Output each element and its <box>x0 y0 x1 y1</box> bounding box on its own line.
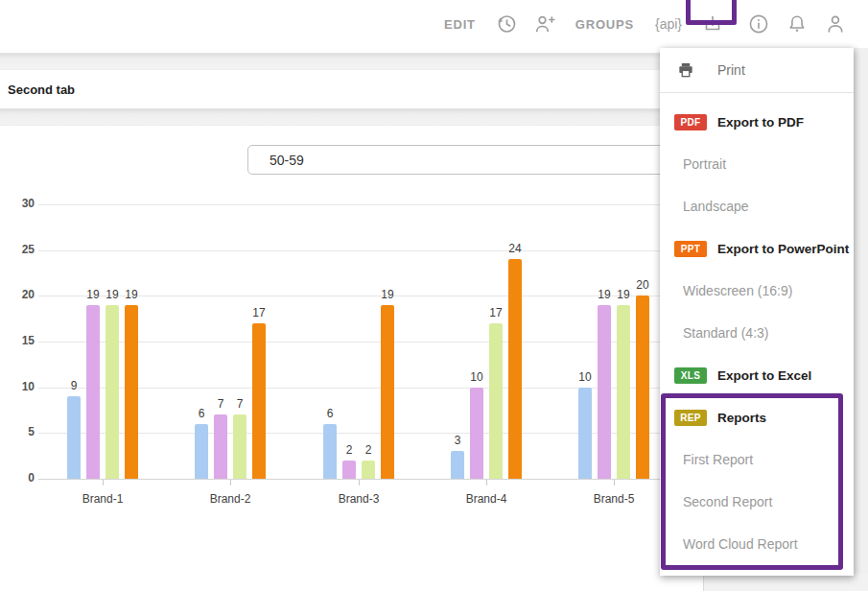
y-axis-tick-20: 20 <box>0 288 35 301</box>
bar-brand-1-purple[interactable] <box>86 305 100 479</box>
gridline-y30 <box>38 204 703 205</box>
bar-brand-4-orange[interactable] <box>508 259 522 479</box>
x-axis-label-brand-1: Brand-1 <box>45 492 160 506</box>
menu-option-word-cloud-report[interactable]: Word Cloud Report <box>660 523 854 565</box>
bar-value-label: 17 <box>240 306 278 319</box>
menu-item-print[interactable]: Print <box>660 48 854 92</box>
menu-header-label: Export to PDF <box>717 115 804 130</box>
menu-header-export-to-powerpoint[interactable]: PPTExport to PowerPoint <box>660 227 854 270</box>
bar-brand-5-blue[interactable] <box>578 388 592 479</box>
gridline-y25 <box>38 250 703 251</box>
info-icon[interactable] <box>746 12 771 36</box>
bar-brand-1-orange[interactable] <box>125 305 138 479</box>
y-axis-tick-25: 25 <box>0 243 35 256</box>
user-icon[interactable] <box>823 12 848 36</box>
groups-button[interactable]: GROUPS <box>564 17 645 32</box>
bar-brand-4-blue[interactable] <box>451 451 464 479</box>
bar-value-label: 6 <box>311 407 349 420</box>
x-axis-tick <box>103 480 104 485</box>
bar-value-label: 20 <box>623 278 662 292</box>
menu-header-label: Export to Excel <box>717 368 811 383</box>
menu-option-first-report[interactable]: First Report <box>660 438 854 481</box>
bar-brand-5-green[interactable] <box>617 305 630 479</box>
bar-brand-2-purple[interactable] <box>214 414 227 479</box>
gridline-y0 <box>38 479 703 480</box>
x-axis-label-brand-2: Brand-2 <box>173 492 288 506</box>
rep-badge-icon: REP <box>674 410 707 426</box>
add-user-icon[interactable] <box>532 12 557 36</box>
export-menu: PrintPDFExport to PDFPortraitLandscapePP… <box>660 48 854 576</box>
x-axis-label-brand-5: Brand-5 <box>556 492 671 506</box>
bar-brand-1-green[interactable] <box>106 305 119 479</box>
bar-brand-3-green[interactable] <box>362 461 375 479</box>
xls-badge-icon: XLS <box>674 367 707 384</box>
x-axis-tick <box>359 480 360 485</box>
x-axis-tick <box>230 480 231 485</box>
menu-option-second-report[interactable]: Second Report <box>660 481 854 523</box>
bar-value-label: 24 <box>496 242 534 255</box>
menu-header-export-to-excel[interactable]: XLSExport to Excel <box>660 354 854 396</box>
pdf-badge-icon: PDF <box>674 114 707 130</box>
y-axis-tick-0: 0 <box>0 471 35 485</box>
menu-option-portrait[interactable]: Portrait <box>660 143 854 185</box>
bar-brand-5-purple[interactable] <box>598 305 611 479</box>
bar-brand-2-orange[interactable] <box>252 323 266 479</box>
top-toolbar: EDIT GROUPS {api} <box>0 0 868 53</box>
menu-divider <box>660 92 854 93</box>
bar-value-label: 19 <box>112 288 151 301</box>
bar-brand-3-purple[interactable] <box>342 461 356 479</box>
bar-brand-1-blue[interactable] <box>67 396 81 479</box>
age-range-dropdown-value: 50-59 <box>270 153 304 168</box>
bar-brand-2-blue[interactable] <box>195 424 208 479</box>
x-axis-label-brand-4: Brand-4 <box>429 492 544 506</box>
x-axis-tick <box>486 480 487 485</box>
menu-option-standard-4-3[interactable]: Standard (4:3) <box>660 312 854 354</box>
menu-item-label: Print <box>717 62 745 78</box>
y-axis-tick-10: 10 <box>0 380 35 393</box>
bar-brand-3-orange[interactable] <box>381 305 394 479</box>
api-icon[interactable]: {api} <box>645 16 686 32</box>
menu-header-label: Reports <box>717 411 766 425</box>
x-axis-label-brand-3: Brand-3 <box>301 492 416 506</box>
menu-header-label: Export to PowerPoint <box>717 242 849 256</box>
history-icon[interactable] <box>494 12 519 36</box>
menu-header-reports[interactable]: REPReports <box>660 396 854 438</box>
edit-button[interactable]: EDIT <box>433 17 487 32</box>
menu-header-export-to-pdf[interactable]: PDFExport to PDF <box>660 101 854 143</box>
bar-value-label: 19 <box>368 288 407 301</box>
menu-option-landscape[interactable]: Landscape <box>660 185 854 227</box>
y-axis-tick-5: 5 <box>0 425 35 438</box>
ppt-badge-icon: PPT <box>674 241 707 257</box>
page-background-right <box>852 48 868 591</box>
bar-brand-2-green[interactable] <box>233 414 246 479</box>
menu-option-widescreen-16-9[interactable]: Widescreen (16:9) <box>660 270 854 312</box>
x-axis-tick <box>614 480 615 485</box>
page-background-bottom <box>703 574 868 591</box>
y-axis-tick-15: 15 <box>0 334 35 347</box>
download-icon[interactable] <box>700 12 725 36</box>
bar-brand-4-green[interactable] <box>489 323 503 479</box>
bell-icon[interactable] <box>785 12 809 36</box>
y-axis-tick-30: 30 <box>0 197 35 210</box>
printer-icon <box>676 60 695 80</box>
bar-brand-5-orange[interactable] <box>636 296 649 479</box>
bar-brand-4-purple[interactable] <box>470 388 483 479</box>
